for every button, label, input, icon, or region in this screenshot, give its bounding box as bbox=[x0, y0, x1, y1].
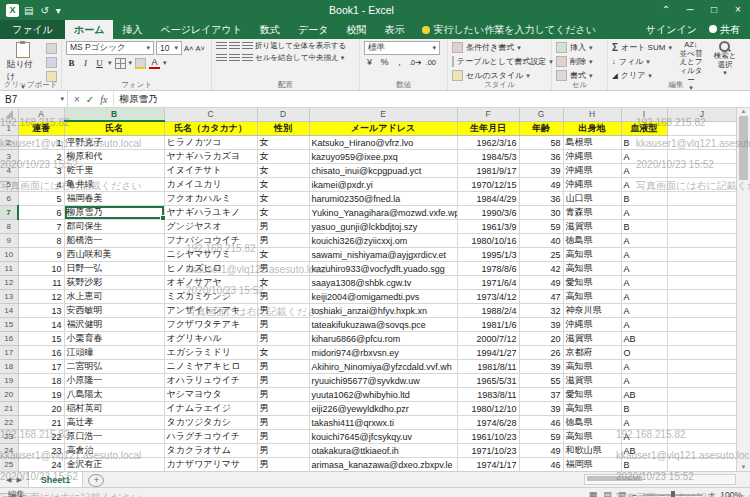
cell-G2[interactable]: 58 bbox=[519, 136, 563, 150]
align-center-icon[interactable] bbox=[229, 54, 240, 63]
cell-H12[interactable]: 愛知県 bbox=[563, 276, 621, 290]
cell-H8[interactable]: 滋賀県 bbox=[563, 220, 621, 234]
row-header-3[interactable]: 3 bbox=[0, 150, 18, 164]
cell-C1[interactable]: 氏名（カタカナ） bbox=[164, 121, 257, 136]
horizontal-scrollbar[interactable] bbox=[584, 474, 736, 485]
cell-C24[interactable]: タカクラオサム bbox=[164, 444, 257, 458]
cell-J10[interactable] bbox=[667, 248, 736, 262]
row-header-6[interactable]: 6 bbox=[0, 192, 18, 206]
share-button[interactable]: 共有 bbox=[709, 23, 740, 37]
cell-H18[interactable]: 高知県 bbox=[563, 360, 621, 374]
cell-E25[interactable]: arimasa_kanazawa@dxeo.zbxpv.le bbox=[309, 458, 457, 472]
delete-cells-button[interactable]: 削除▾ bbox=[556, 55, 603, 68]
cell-A15[interactable]: 14 bbox=[18, 318, 64, 332]
underline-button[interactable]: U bbox=[94, 58, 105, 68]
row-header-21[interactable]: 21 bbox=[0, 402, 18, 416]
cancel-button[interactable]: × bbox=[74, 94, 80, 105]
col-header-F[interactable]: F bbox=[457, 108, 519, 121]
cell-A13[interactable]: 12 bbox=[18, 290, 64, 304]
cell-I25[interactable]: B bbox=[621, 458, 667, 472]
cell-G7[interactable]: 30 bbox=[519, 206, 563, 220]
cell-D25[interactable]: 男 bbox=[257, 458, 309, 472]
cell-G11[interactable]: 42 bbox=[519, 262, 563, 276]
cell-H23[interactable]: 高知県 bbox=[563, 430, 621, 444]
cell-I22[interactable]: A bbox=[621, 416, 667, 430]
cell-D1[interactable]: 性別 bbox=[257, 121, 309, 136]
zoom-in-button[interactable]: + bbox=[709, 490, 714, 497]
insert-cells-button[interactable]: 挿入▾ bbox=[556, 41, 603, 54]
cell-D15[interactable]: 男 bbox=[257, 318, 309, 332]
cell-H6[interactable]: 山口県 bbox=[563, 192, 621, 206]
cell-E8[interactable]: yasuo_gunji@lckbdjtoj.szy bbox=[309, 220, 457, 234]
cell-E13[interactable]: keiji2004@omigamedti.pvs bbox=[309, 290, 457, 304]
fill-button[interactable]: ↓ フィル▾ bbox=[612, 55, 672, 68]
cell-I9[interactable]: A bbox=[621, 234, 667, 248]
row-header-2[interactable]: 2 bbox=[0, 136, 18, 150]
cell-B16[interactable]: 小栗育春 bbox=[64, 332, 164, 346]
row-header-11[interactable]: 11 bbox=[0, 262, 18, 276]
cell-A5[interactable]: 4 bbox=[18, 178, 64, 192]
col-header-D[interactable]: D bbox=[257, 108, 309, 121]
cell-F10[interactable]: 1995/1/3 bbox=[457, 248, 519, 262]
cell-I11[interactable]: A bbox=[621, 262, 667, 276]
cell-G3[interactable]: 36 bbox=[519, 150, 563, 164]
cell-A4[interactable]: 3 bbox=[18, 164, 64, 178]
cell-F16[interactable]: 2000/7/12 bbox=[457, 332, 519, 346]
cell-A10[interactable]: 9 bbox=[18, 248, 64, 262]
cut-icon[interactable] bbox=[46, 43, 57, 54]
cell-J18[interactable] bbox=[667, 360, 736, 374]
row-header-22[interactable]: 22 bbox=[0, 416, 18, 430]
cell-E2[interactable]: Katsuko_Hirano@vfrz.lvo bbox=[309, 136, 457, 150]
cell-G9[interactable]: 40 bbox=[519, 234, 563, 248]
cell-A9[interactable]: 8 bbox=[18, 234, 64, 248]
cell-B17[interactable]: 江頭瞳 bbox=[64, 346, 164, 360]
cell-F12[interactable]: 1971/6/4 bbox=[457, 276, 519, 290]
cell-I23[interactable]: A bbox=[621, 430, 667, 444]
cell-J21[interactable] bbox=[667, 402, 736, 416]
cell-F21[interactable]: 1980/12/10 bbox=[457, 402, 519, 416]
col-header-H[interactable]: H bbox=[563, 108, 621, 121]
cell-A19[interactable]: 18 bbox=[18, 374, 64, 388]
cell-H21[interactable]: 高知県 bbox=[563, 402, 621, 416]
scroll-down-icon[interactable]: ▼ bbox=[741, 464, 747, 470]
row-header-12[interactable]: 12 bbox=[0, 276, 18, 290]
col-header-G[interactable]: G bbox=[519, 108, 563, 121]
cell-C14[interactable]: アンザイトシアキ bbox=[164, 304, 257, 318]
formula-input[interactable]: 柳原雪乃 bbox=[114, 91, 750, 107]
cell-F4[interactable]: 1981/9/17 bbox=[457, 164, 519, 178]
cell-A21[interactable]: 20 bbox=[18, 402, 64, 416]
tab-ホーム[interactable]: ホーム bbox=[65, 20, 113, 39]
currency-button[interactable]: ¥ bbox=[364, 57, 375, 67]
cell-E22[interactable]: takashi411@qrxwx.ti bbox=[309, 416, 457, 430]
cell-F14[interactable]: 1988/2/4 bbox=[457, 304, 519, 318]
cell-B25[interactable]: 金沢有正 bbox=[64, 458, 164, 472]
sheet-prev-button[interactable]: ◀ bbox=[6, 476, 11, 484]
cell-D9[interactable]: 男 bbox=[257, 234, 309, 248]
tab-file[interactable]: ファイル bbox=[0, 20, 65, 39]
cell-D21[interactable]: 男 bbox=[257, 402, 309, 416]
font-name-combo[interactable]: MS Pゴシック▾ bbox=[66, 41, 154, 55]
cell-F9[interactable]: 1980/10/16 bbox=[457, 234, 519, 248]
cell-D22[interactable]: 男 bbox=[257, 416, 309, 430]
col-header-J[interactable]: J bbox=[667, 108, 736, 121]
cell-B5[interactable]: 亀井緑 bbox=[64, 178, 164, 192]
cell-H16[interactable]: 滋賀県 bbox=[563, 332, 621, 346]
cell-A3[interactable]: 2 bbox=[18, 150, 64, 164]
cell-A20[interactable]: 19 bbox=[18, 388, 64, 402]
cell-J22[interactable] bbox=[667, 416, 736, 430]
cell-B8[interactable]: 郡司保生 bbox=[64, 220, 164, 234]
conditional-formatting-button[interactable]: 条件付き書式▾ bbox=[452, 41, 547, 54]
cell-A23[interactable]: 22 bbox=[18, 430, 64, 444]
qat-customize-icon[interactable]: ▾ bbox=[56, 5, 61, 16]
cell-D4[interactable]: 女 bbox=[257, 164, 309, 178]
cell-H4[interactable]: 沖縄県 bbox=[563, 164, 621, 178]
undo-icon[interactable]: ↺ bbox=[40, 5, 48, 16]
cell-J25[interactable] bbox=[667, 458, 736, 472]
cell-C5[interactable]: カメイユカリ bbox=[164, 178, 257, 192]
cell-E10[interactable]: sawami_nishiyama@ayjgxrdicv.et bbox=[309, 248, 457, 262]
cell-C6[interactable]: フクオカハルミ bbox=[164, 192, 257, 206]
number-format-combo[interactable]: 標準▾ bbox=[364, 41, 440, 55]
align-top-icon[interactable] bbox=[216, 42, 227, 51]
cell-D6[interactable]: 女 bbox=[257, 192, 309, 206]
row-header-1[interactable]: 1 bbox=[0, 121, 18, 136]
